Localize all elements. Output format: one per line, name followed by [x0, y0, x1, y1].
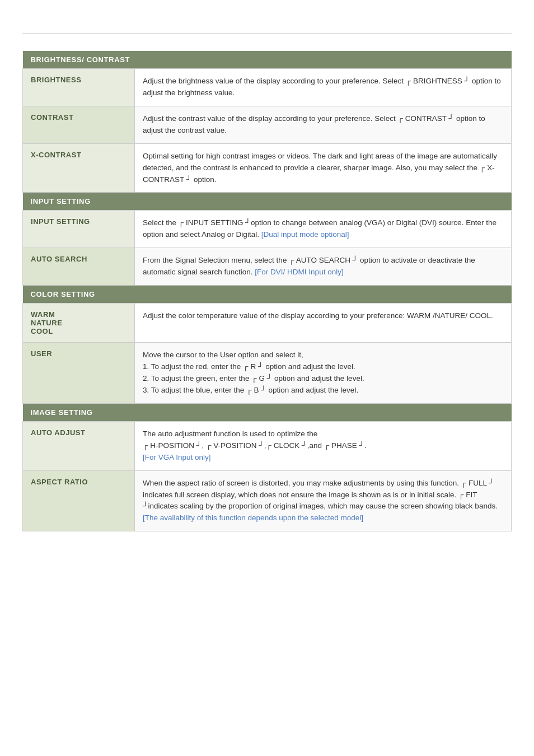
table-row: INPUT SETTINGSelect the ┌ INPUT SETTING …	[23, 211, 512, 248]
section-header-1: INPUT SETTING	[23, 193, 512, 211]
main-table: BRIGHTNESS/ CONTRASTBRIGHTNESSAdjust the…	[22, 51, 512, 531]
section-header-label-3: IMAGE SETTING	[23, 403, 512, 421]
blue-text: [For VGA Input only]	[143, 453, 211, 461]
blue-text: [Dual input mode optional]	[261, 230, 349, 239]
section-header-3: IMAGE SETTING	[23, 403, 512, 421]
row-description: Adjust the brightness value of the displ…	[135, 69, 512, 106]
desc-text: Move the cursor to the User option and s…	[143, 351, 364, 394]
row-label: INPUT SETTING	[23, 211, 135, 248]
section-header-label-0: BRIGHTNESS/ CONTRAST	[23, 51, 512, 69]
row-description: Adjust the color temperature value of th…	[135, 304, 512, 343]
table-row: ASPECT RATIOWhen the aspect ratio of scr…	[23, 470, 512, 531]
row-description: Select the ┌ INPUT SETTING ┘option to ch…	[135, 211, 512, 248]
desc-text: The auto adjustment function is used to …	[143, 430, 367, 450]
table-row: USERMove the cursor to the User option a…	[23, 343, 512, 404]
row-label: X-CONTRAST	[23, 143, 135, 193]
row-label: CONTRAST	[23, 106, 135, 143]
section-header-0: BRIGHTNESS/ CONTRAST	[23, 51, 512, 69]
blue-text: [For DVI/ HDMI Input only]	[255, 268, 343, 276]
row-description: From the Signal Selection menu, select t…	[135, 248, 512, 286]
table-row: AUTO ADJUSTThe auto adjustment function …	[23, 421, 512, 470]
table-row: AUTO SEARCHFrom the Signal Selection men…	[23, 248, 512, 286]
row-description: Adjust the contrast value of the display…	[135, 106, 512, 143]
table-row: X-CONTRASTOptimal setting for high contr…	[23, 143, 512, 193]
section-header-label-1: INPUT SETTING	[23, 193, 512, 211]
row-label: AUTO ADJUST	[23, 421, 135, 470]
row-label: AUTO SEARCH	[23, 248, 135, 286]
desc-text: Adjust the color temperature value of th…	[143, 311, 493, 320]
row-description: When the aspect ratio of screen is disto…	[135, 470, 512, 531]
row-label: ASPECT RATIO	[23, 470, 135, 531]
row-description: Optimal setting for high contrast images…	[135, 143, 512, 193]
desc-text: When the aspect ratio of screen is disto…	[143, 479, 498, 511]
blue-text: [The availability of this function depen…	[143, 514, 363, 522]
row-description: The auto adjustment function is used to …	[135, 421, 512, 470]
row-label: USER	[23, 343, 135, 404]
section-header-2: COLOR SETTING	[23, 286, 512, 304]
table-row: WARM NATURE COOLAdjust the color tempera…	[23, 304, 512, 343]
row-label: BRIGHTNESS	[23, 69, 135, 106]
row-description: Move the cursor to the User option and s…	[135, 343, 512, 404]
top-divider	[22, 34, 512, 34]
section-header-label-2: COLOR SETTING	[23, 286, 512, 304]
row-label: WARM NATURE COOL	[23, 304, 135, 343]
table-row: BRIGHTNESSAdjust the brightness value of…	[23, 69, 512, 106]
table-row: CONTRASTAdjust the contrast value of the…	[23, 106, 512, 143]
